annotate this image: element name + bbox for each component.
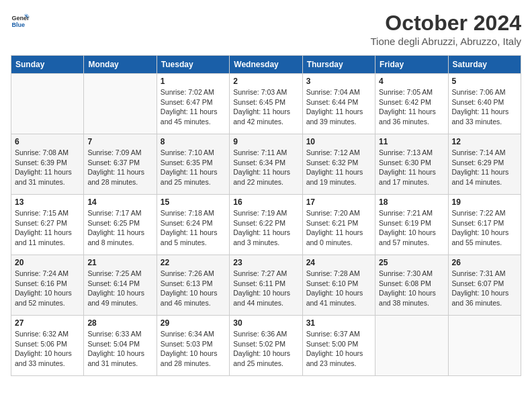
day-detail: Sunrise: 7:26 AMSunset: 6:13 PMDaylight:…: [161, 269, 226, 308]
day-detail: Sunrise: 7:31 AMSunset: 6:07 PMDaylight:…: [452, 269, 517, 308]
calendar-cell-30: 29Sunrise: 6:34 AMSunset: 5:03 PMDayligh…: [157, 316, 229, 376]
day-detail: Sunrise: 6:37 AMSunset: 5:00 PMDaylight:…: [306, 329, 371, 369]
day-number: 20: [15, 258, 80, 267]
day-detail: Sunrise: 7:10 AMSunset: 6:35 PMDaylight:…: [161, 148, 226, 187]
day-number: 31: [306, 318, 371, 328]
calendar-cell-12: 11Sunrise: 7:13 AMSunset: 6:30 PMDayligh…: [375, 134, 448, 195]
day-detail: Sunrise: 7:20 AMSunset: 6:21 PMDaylight:…: [306, 208, 371, 248]
day-detail: Sunrise: 7:04 AMSunset: 6:44 PMDaylight:…: [306, 87, 371, 127]
day-detail: Sunrise: 7:06 AMSunset: 6:40 PMDaylight:…: [452, 87, 517, 127]
weekday-header-wednesday: Wednesday: [230, 56, 302, 74]
week-row-4: 20Sunrise: 7:24 AMSunset: 6:16 PMDayligh…: [11, 255, 521, 316]
day-detail: Sunrise: 7:03 AMSunset: 6:45 PMDaylight:…: [233, 87, 298, 127]
day-number: 6: [15, 137, 80, 146]
day-detail: Sunrise: 7:28 AMSunset: 6:10 PMDaylight:…: [306, 269, 371, 308]
day-detail: Sunrise: 6:36 AMSunset: 5:02 PMDaylight:…: [233, 329, 298, 369]
week-row-3: 13Sunrise: 7:15 AMSunset: 6:27 PMDayligh…: [11, 195, 521, 255]
day-number: 21: [87, 258, 152, 267]
calendar-cell-1: [84, 74, 157, 134]
day-number: 13: [15, 197, 80, 207]
calendar-cell-20: 19Sunrise: 7:22 AMSunset: 6:17 PMDayligh…: [448, 195, 521, 255]
calendar-cell-6: 5Sunrise: 7:06 AMSunset: 6:40 PMDaylight…: [448, 74, 521, 134]
calendar-cell-32: 31Sunrise: 6:37 AMSunset: 5:00 PMDayligh…: [302, 316, 375, 376]
calendar-cell-15: 14Sunrise: 7:17 AMSunset: 6:25 PMDayligh…: [84, 195, 157, 255]
day-detail: Sunrise: 7:09 AMSunset: 6:37 PMDaylight:…: [87, 148, 152, 187]
day-number: 5: [452, 77, 517, 86]
calendar-cell-21: 20Sunrise: 7:24 AMSunset: 6:16 PMDayligh…: [11, 255, 84, 316]
weekday-header-thursday: Thursday: [302, 56, 375, 74]
day-detail: Sunrise: 7:30 AMSunset: 6:08 PMDaylight:…: [379, 269, 444, 308]
calendar-cell-9: 8Sunrise: 7:10 AMSunset: 6:35 PMDaylight…: [157, 134, 229, 195]
day-number: 30: [233, 318, 298, 328]
calendar-cell-3: 2Sunrise: 7:03 AMSunset: 6:45 PMDaylight…: [230, 74, 302, 134]
day-detail: Sunrise: 7:05 AMSunset: 6:42 PMDaylight:…: [379, 87, 444, 127]
calendar-cell-14: 13Sunrise: 7:15 AMSunset: 6:27 PMDayligh…: [11, 195, 84, 255]
calendar-cell-25: 24Sunrise: 7:28 AMSunset: 6:10 PMDayligh…: [302, 255, 375, 316]
logo: General Blue: [11, 11, 30, 30]
weekday-header-sunday: Sunday: [11, 56, 84, 74]
day-detail: Sunrise: 7:24 AMSunset: 6:16 PMDaylight:…: [15, 269, 80, 308]
calendar-cell-11: 10Sunrise: 7:12 AMSunset: 6:32 PMDayligh…: [302, 134, 375, 195]
day-number: 16: [233, 197, 298, 207]
day-number: 29: [161, 318, 226, 328]
day-detail: Sunrise: 7:15 AMSunset: 6:27 PMDaylight:…: [15, 208, 80, 248]
day-detail: Sunrise: 7:12 AMSunset: 6:32 PMDaylight:…: [306, 148, 371, 187]
calendar-cell-16: 15Sunrise: 7:18 AMSunset: 6:24 PMDayligh…: [157, 195, 229, 255]
month-year: October 2024: [370, 11, 521, 36]
calendar-cell-8: 7Sunrise: 7:09 AMSunset: 6:37 PMDaylight…: [84, 134, 157, 195]
day-detail: Sunrise: 7:27 AMSunset: 6:11 PMDaylight:…: [233, 269, 298, 308]
day-detail: Sunrise: 6:32 AMSunset: 5:06 PMDaylight:…: [15, 329, 80, 369]
day-number: 8: [161, 137, 226, 146]
day-number: 10: [306, 137, 371, 146]
weekday-header-friday: Friday: [375, 56, 448, 74]
day-number: 11: [379, 137, 444, 146]
day-number: 24: [306, 258, 371, 267]
day-detail: Sunrise: 7:25 AMSunset: 6:14 PMDaylight:…: [87, 269, 152, 308]
weekday-header-monday: Monday: [84, 56, 157, 74]
day-detail: Sunrise: 7:18 AMSunset: 6:24 PMDaylight:…: [161, 208, 226, 248]
day-detail: Sunrise: 7:19 AMSunset: 6:22 PMDaylight:…: [233, 208, 298, 248]
calendar-cell-13: 12Sunrise: 7:14 AMSunset: 6:29 PMDayligh…: [448, 134, 521, 195]
day-number: 17: [306, 197, 371, 207]
day-number: 9: [233, 137, 298, 146]
day-detail: Sunrise: 7:21 AMSunset: 6:19 PMDaylight:…: [379, 208, 444, 248]
calendar-cell-17: 16Sunrise: 7:19 AMSunset: 6:22 PMDayligh…: [230, 195, 302, 255]
calendar-cell-28: 27Sunrise: 6:32 AMSunset: 5:06 PMDayligh…: [11, 316, 84, 376]
day-detail: Sunrise: 6:34 AMSunset: 5:03 PMDaylight:…: [161, 329, 226, 369]
day-number: 12: [452, 137, 517, 146]
week-row-1: 1Sunrise: 7:02 AMSunset: 6:47 PMDaylight…: [11, 74, 521, 134]
day-detail: Sunrise: 6:33 AMSunset: 5:04 PMDaylight:…: [87, 329, 152, 369]
day-detail: Sunrise: 7:11 AMSunset: 6:34 PMDaylight:…: [233, 148, 298, 187]
calendar-cell-2: 1Sunrise: 7:02 AMSunset: 6:47 PMDaylight…: [157, 74, 229, 134]
day-number: 28: [87, 318, 152, 328]
location: Tione degli Abruzzi, Abruzzo, Italy: [370, 36, 521, 47]
title-area: October 2024 Tione degli Abruzzi, Abruzz…: [370, 11, 521, 47]
calendar-cell-7: 6Sunrise: 7:08 AMSunset: 6:39 PMDaylight…: [11, 134, 84, 195]
day-detail: Sunrise: 7:14 AMSunset: 6:29 PMDaylight:…: [452, 148, 517, 187]
calendar-cell-31: 30Sunrise: 6:36 AMSunset: 5:02 PMDayligh…: [230, 316, 302, 376]
calendar-cell-19: 18Sunrise: 7:21 AMSunset: 6:19 PMDayligh…: [375, 195, 448, 255]
header: General Blue October 2024 Tione degli Ab…: [11, 11, 521, 47]
week-row-5: 27Sunrise: 6:32 AMSunset: 5:06 PMDayligh…: [11, 316, 521, 376]
day-number: 3: [306, 77, 371, 86]
day-number: 14: [87, 197, 152, 207]
day-number: 4: [379, 77, 444, 86]
day-detail: Sunrise: 7:17 AMSunset: 6:25 PMDaylight:…: [87, 208, 152, 248]
weekday-header-tuesday: Tuesday: [157, 56, 229, 74]
weekday-header-saturday: Saturday: [448, 56, 521, 74]
day-detail: Sunrise: 7:13 AMSunset: 6:30 PMDaylight:…: [379, 148, 444, 187]
calendar-cell-27: 26Sunrise: 7:31 AMSunset: 6:07 PMDayligh…: [448, 255, 521, 316]
weekday-header-row: SundayMondayTuesdayWednesdayThursdayFrid…: [11, 56, 521, 74]
calendar-cell-0: [11, 74, 84, 134]
day-detail: Sunrise: 7:02 AMSunset: 6:47 PMDaylight:…: [161, 87, 226, 127]
day-number: 27: [15, 318, 80, 328]
calendar-cell-26: 25Sunrise: 7:30 AMSunset: 6:08 PMDayligh…: [375, 255, 448, 316]
day-number: 23: [233, 258, 298, 267]
calendar-cell-34: [448, 316, 521, 376]
svg-text:Blue: Blue: [11, 21, 25, 28]
day-number: 18: [379, 197, 444, 207]
calendar: SundayMondayTuesdayWednesdayThursdayFrid…: [11, 55, 521, 376]
calendar-cell-4: 3Sunrise: 7:04 AMSunset: 6:44 PMDaylight…: [302, 74, 375, 134]
day-number: 2: [233, 77, 298, 86]
day-number: 19: [452, 197, 517, 207]
